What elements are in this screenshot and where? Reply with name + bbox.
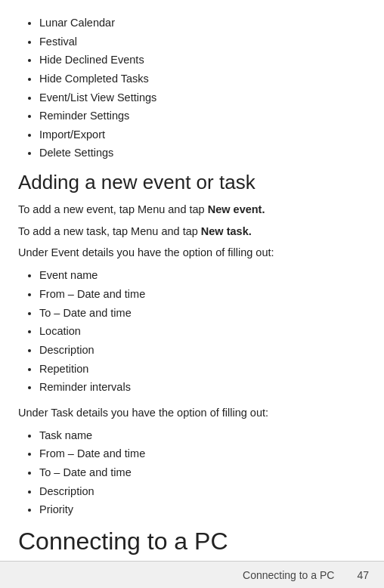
top-bullet-list: Lunar Calendar Festival Hide Declined Ev… — [18, 14, 366, 162]
list-item: To – Date and time — [39, 304, 366, 323]
list-item: Reminder Settings — [39, 107, 366, 125]
list-item: Description — [39, 341, 366, 360]
list-item: Hide Declined Events — [39, 51, 366, 70]
list-item: Import/Export — [39, 125, 366, 144]
list-item: Location — [39, 322, 366, 341]
list-item: Festival — [39, 32, 366, 51]
list-item: To – Date and time — [39, 463, 366, 482]
section1-intro1: To add a new event, tap Menu and tap New… — [18, 201, 366, 219]
list-item: Priority — [39, 500, 366, 519]
section1-intro3: Under Event details you have the option … — [18, 244, 366, 262]
list-item: Event/List View Settings — [39, 88, 366, 107]
list-item: Task name — [39, 426, 366, 445]
list-item: From – Date and time — [39, 285, 366, 304]
content-area: Lunar Calendar Festival Hide Declined Ev… — [18, 14, 366, 588]
intro2-text: To add a new task, tap Menu and tap — [18, 225, 201, 237]
footer-label: Connecting to a PC — [243, 569, 334, 581]
page-container: Lunar Calendar Festival Hide Declined Ev… — [0, 0, 384, 588]
list-item: Description — [39, 482, 366, 501]
section2-heading: Connecting to a PC — [18, 527, 366, 556]
intro1-bold: New event. — [208, 203, 265, 215]
list-item: Reminder intervals — [39, 378, 366, 397]
list-item: Event name — [39, 266, 366, 285]
intro2-bold: New task. — [201, 225, 252, 237]
list-item: Delete Settings — [39, 144, 366, 162]
list-item: Lunar Calendar — [39, 14, 366, 32]
footer-bar: Connecting to a PC 47 — [0, 561, 384, 588]
section1-heading: Adding a new event or task — [18, 170, 366, 195]
section1-intro4: Under Task details you have the option o… — [18, 404, 366, 422]
list-item: Repetition — [39, 360, 366, 379]
footer-page-number: 47 — [357, 569, 369, 581]
section1-intro2: To add a new task, tap Menu and tap New … — [18, 223, 366, 241]
list-item: Hide Completed Tasks — [39, 70, 366, 88]
task-list: Task name From – Date and time To – Date… — [18, 426, 366, 519]
list-item: From – Date and time — [39, 444, 366, 463]
intro1-text: To add a new event, tap Menu and tap — [18, 203, 208, 215]
event-list: Event name From – Date and time To – Dat… — [18, 266, 366, 396]
